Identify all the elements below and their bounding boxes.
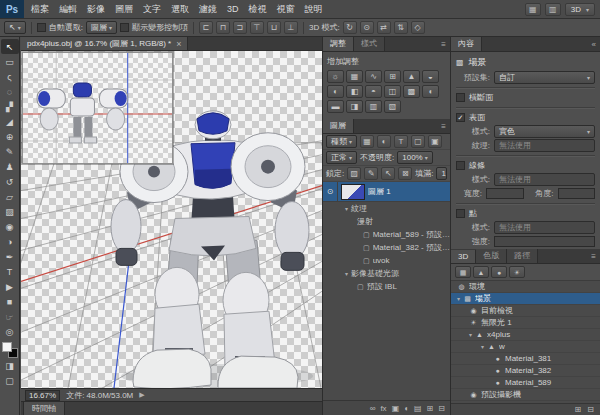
- hue-saturation-icon[interactable]: ◒: [422, 70, 439, 83]
- menu-item-type[interactable]: 文字: [138, 0, 166, 18]
- healing-brush-tool[interactable]: ⊕: [1, 129, 19, 144]
- pen-tool[interactable]: ✒: [1, 249, 19, 264]
- photo-filter-icon[interactable]: ◓: [365, 85, 382, 98]
- layer-group-textures[interactable]: ▾ 紋理: [323, 202, 450, 215]
- tab-3d[interactable]: 3D: [451, 250, 476, 263]
- eraser-tool[interactable]: ▱: [1, 189, 19, 204]
- 3d-node-scene[interactable]: ▾ ▩ 場景: [451, 293, 600, 305]
- status-menu-icon[interactable]: ▶: [139, 391, 144, 399]
- disclosure-triangle-icon[interactable]: ▾: [469, 331, 472, 338]
- secondary-3d-view[interactable]: [22, 52, 173, 164]
- 3d-node-infinite-light-1[interactable]: ☀ 無限光 1: [451, 317, 600, 329]
- dodge-tool[interactable]: ◑: [1, 234, 19, 249]
- lock-position-icon[interactable]: ↖: [381, 167, 395, 180]
- canvas[interactable]: [21, 51, 322, 389]
- 3d-node-environment[interactable]: ◍ 環境: [451, 281, 600, 293]
- layer-texture-default-ibl[interactable]: ▢ 預設 IBL: [323, 280, 450, 293]
- menu-item-edit[interactable]: 編輯: [54, 0, 82, 18]
- layer-filter-kind-dropdown[interactable]: 種類 ▾: [326, 135, 357, 148]
- color-balance-icon[interactable]: ◐: [327, 85, 344, 98]
- filter-shape-layers-icon[interactable]: ▢: [411, 135, 425, 148]
- slide-3d-icon[interactable]: ⇅: [394, 21, 408, 34]
- points-checkbox[interactable]: [456, 209, 465, 218]
- layer-group-diffuse[interactable]: 漫射: [323, 215, 450, 228]
- blend-mode-dropdown[interactable]: 正常 ▾: [326, 151, 357, 164]
- filter-whole-scene-icon[interactable]: ▦: [455, 266, 471, 278]
- quick-selection-tool[interactable]: ◌: [1, 84, 19, 99]
- link-layers-icon[interactable]: ∞: [370, 404, 376, 413]
- filter-adjustment-layers-icon[interactable]: ◐: [377, 135, 391, 148]
- move-tool[interactable]: ↖: [1, 39, 19, 54]
- threshold-icon[interactable]: ◨: [346, 100, 363, 113]
- new-3d-item-icon[interactable]: ⊞: [575, 405, 582, 414]
- type-tool[interactable]: T: [1, 264, 19, 279]
- align-h-centers-icon[interactable]: ⊓: [216, 21, 230, 34]
- disclosure-triangle-icon[interactable]: ▾: [481, 343, 484, 350]
- lasso-tool[interactable]: ς: [1, 69, 19, 84]
- menu-item-3d[interactable]: 3D: [222, 0, 244, 18]
- curves-icon[interactable]: ∿: [365, 70, 382, 83]
- collapse-panel-icon[interactable]: «: [592, 40, 596, 49]
- gradient-tool[interactable]: ▨: [1, 204, 19, 219]
- vibrance-icon[interactable]: ▲: [403, 70, 420, 83]
- disclosure-triangle-icon[interactable]: ▾: [345, 205, 348, 212]
- menu-item-file[interactable]: 檔案: [26, 0, 54, 18]
- filter-lights-icon[interactable]: ☀: [509, 266, 525, 278]
- show-transform-checkbox[interactable]: [120, 23, 129, 32]
- preset-dropdown[interactable]: 自訂 ▾: [494, 71, 595, 84]
- layer-name[interactable]: 圖層 1: [368, 186, 391, 197]
- brush-tool[interactable]: ✎: [1, 144, 19, 159]
- scale-3d-icon[interactable]: ◇: [411, 21, 425, 34]
- layer-thumbnail[interactable]: [341, 184, 365, 200]
- shape-tool[interactable]: ■: [1, 294, 19, 309]
- tab-adjustments[interactable]: 調整: [323, 36, 354, 51]
- tab-styles[interactable]: 樣式: [354, 36, 385, 51]
- lock-all-icon[interactable]: ⊠: [398, 167, 412, 180]
- delete-3d-item-icon[interactable]: ⊟: [587, 405, 594, 414]
- layer-texture-material-382[interactable]: ▢ Material_382 - 預設紋理: [323, 241, 450, 254]
- marquee-tool[interactable]: ▭: [1, 54, 19, 69]
- filter-materials-icon[interactable]: ●: [491, 266, 507, 278]
- 3d-node-x4plus[interactable]: ▾ ▲ x4plus: [451, 329, 600, 341]
- 3d-node-default-camera[interactable]: ◉ 預設攝影機: [451, 389, 600, 401]
- 3d-node-current-view[interactable]: ◉ 目前檢視: [451, 305, 600, 317]
- layer-group-image-based-light[interactable]: ▾ 影像基礎光源: [323, 267, 450, 280]
- tab-layers[interactable]: 圖層: [323, 119, 354, 133]
- menu-item-view[interactable]: 檢視: [244, 0, 272, 18]
- orbit-3d-icon[interactable]: ↻: [343, 21, 357, 34]
- path-selection-tool[interactable]: ▶: [1, 279, 19, 294]
- surface-checkbox[interactable]: ✓: [456, 113, 465, 122]
- align-top-edges-icon[interactable]: ⊤: [250, 21, 264, 34]
- tab-channels[interactable]: 色版: [476, 249, 507, 263]
- clone-stamp-tool[interactable]: ♟: [1, 159, 19, 174]
- tab-properties[interactable]: 內容: [451, 37, 482, 51]
- pan-3d-icon[interactable]: ⇄: [377, 21, 391, 34]
- workspace-switcher[interactable]: 3D ▾: [565, 3, 595, 16]
- 3d-node-w[interactable]: ▾ ▲ w: [451, 341, 600, 353]
- align-v-centers-icon[interactable]: ⊔: [267, 21, 281, 34]
- foreground-color-swatch[interactable]: [2, 342, 12, 352]
- zoom-level-field[interactable]: 16.67%: [25, 390, 60, 401]
- lock-image-icon[interactable]: ✎: [364, 167, 378, 180]
- lock-transparency-icon[interactable]: ▨: [347, 167, 361, 180]
- tab-paths[interactable]: 路徑: [507, 249, 538, 263]
- align-right-edges-icon[interactable]: ⊐: [233, 21, 247, 34]
- timeline-tab[interactable]: 時間軸: [23, 401, 65, 415]
- blur-tool[interactable]: ◉: [1, 219, 19, 234]
- levels-icon[interactable]: ▦: [346, 70, 363, 83]
- gradient-map-icon[interactable]: ▥: [365, 100, 382, 113]
- menu-item-help[interactable]: 說明: [300, 0, 328, 18]
- brightness-contrast-icon[interactable]: ☼: [327, 70, 344, 83]
- view-extras-icon[interactable]: ▦: [525, 3, 541, 16]
- disclosure-triangle-icon[interactable]: ▾: [345, 270, 348, 277]
- exposure-icon[interactable]: ⊞: [384, 70, 401, 83]
- filter-meshes-icon[interactable]: ▲: [473, 266, 489, 278]
- menu-item-image[interactable]: 影像: [82, 0, 110, 18]
- document-tab[interactable]: pdx4plus.obj @ 16.7% (圖層 1, RGB/8) * ×: [21, 37, 188, 50]
- menu-item-layer[interactable]: 圖層: [110, 0, 138, 18]
- color-lookup-icon[interactable]: ▩: [403, 85, 420, 98]
- cross-section-checkbox[interactable]: [456, 93, 465, 102]
- surface-style-dropdown[interactable]: 實色 ▾: [494, 125, 595, 138]
- invert-icon[interactable]: ◖: [422, 85, 439, 98]
- posterize-icon[interactable]: ▬: [327, 100, 344, 113]
